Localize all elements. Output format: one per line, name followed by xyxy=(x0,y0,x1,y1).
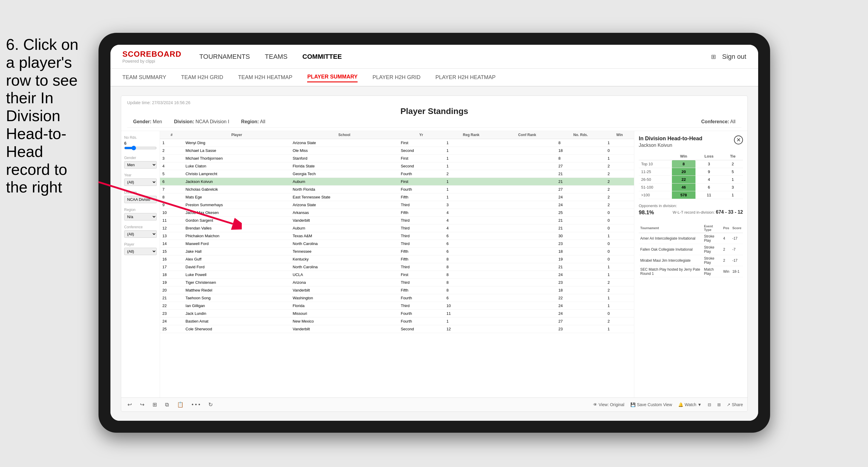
paste-button[interactable]: 📋 xyxy=(175,400,185,409)
table-row[interactable]: 6 Jackson Koivun Auburn First 1 21 2 xyxy=(160,178,634,186)
cell-reg: 1 xyxy=(444,178,498,186)
instruction-text: 6. Click on a player's row to see their … xyxy=(0,36,93,196)
tab-player-summary[interactable]: PLAYER SUMMARY xyxy=(307,72,358,82)
cell-win: 1 xyxy=(605,139,634,147)
table-row[interactable]: 11 Gordon Sargent Vanderbilt Third 4 21 … xyxy=(160,217,634,224)
cell-yr: Second xyxy=(399,325,444,333)
cell-rds: 21 xyxy=(556,263,605,271)
h2h-close-button[interactable]: ✕ xyxy=(734,135,743,145)
cell-player: Michael Thorbjornsen xyxy=(183,155,290,162)
dots-button[interactable]: • • • xyxy=(190,401,202,409)
player-select[interactable]: (All) xyxy=(124,248,157,255)
tab-team-h2h-grid[interactable]: TEAM H2H GRID xyxy=(181,73,223,82)
gender-label: Gender xyxy=(124,156,157,160)
nav-tournaments[interactable]: TOURNAMENTS xyxy=(199,51,250,62)
watch-btn[interactable]: 🔔 Watch ▼ xyxy=(678,402,702,407)
cell-num: 21 xyxy=(160,294,183,302)
nav-committee[interactable]: COMMITTEE xyxy=(302,51,342,62)
cell-conf xyxy=(498,263,556,271)
tab-player-h2h-heatmap[interactable]: PLAYER H2H HEATMAP xyxy=(435,73,495,82)
cell-num: 6 xyxy=(160,178,183,186)
cell-school: Auburn xyxy=(290,224,399,232)
table-row[interactable]: 12 Brendan Valles Auburn Third 4 21 0 xyxy=(160,224,634,232)
sidebar-year: Year (All) xyxy=(124,173,157,186)
refresh-button[interactable]: ↻ xyxy=(207,400,215,409)
tab-team-summary[interactable]: TEAM SUMMARY xyxy=(122,73,166,82)
table-row[interactable]: 8 Mats Ege East Tennessee State Fifth 1 … xyxy=(160,193,634,201)
t-col-name: Tournament xyxy=(639,223,702,233)
cell-conf xyxy=(498,217,556,224)
tab-team-h2h-heatmap[interactable]: TEAM H2H HEATMAP xyxy=(238,73,292,82)
table-row[interactable]: 9 Preston Summerhays Arizona State Third… xyxy=(160,201,634,209)
h2h-tie-cell: 5 xyxy=(723,168,743,176)
cell-player: Brendan Valles xyxy=(183,224,290,232)
table-row[interactable]: 1 Wenyi Ding Arizona State First 1 8 1 xyxy=(160,139,634,147)
undo-button[interactable]: ↩ xyxy=(126,400,134,409)
h2h-table-row: 11-25 20 9 5 xyxy=(639,168,743,176)
tournament-row: Fallen Oak Collegiate Invitational Strok… xyxy=(639,244,743,255)
t-name: Mirabel Maui Jim Intercollegiate xyxy=(639,255,702,266)
cell-player: Christo Lamprecht xyxy=(183,170,290,178)
table-row[interactable]: 17 David Ford North Carolina Third 8 21 … xyxy=(160,263,634,271)
table-row[interactable]: 14 Maxwell Ford North Carolina Third 6 2… xyxy=(160,240,634,248)
opponents-pct: 98.1% xyxy=(639,210,654,216)
table-row[interactable]: 7 Nicholas Gabrelcik North Florida Fourt… xyxy=(160,186,634,193)
rounds-slider[interactable] xyxy=(124,146,157,150)
table-row[interactable]: 23 Jack Lundin Missouri Fourth 11 24 0 xyxy=(160,310,634,317)
cell-win: 2 xyxy=(605,178,634,186)
copy-button[interactable]: ⧉ xyxy=(163,401,171,409)
year-select[interactable]: (All) xyxy=(124,179,157,186)
division-select[interactable]: NCAA Division I xyxy=(124,196,157,203)
cell-win: 0 xyxy=(605,240,634,248)
conference-filter: Conference: All xyxy=(701,119,736,124)
h2h-rank-label: >100 xyxy=(639,191,672,199)
share-btn[interactable]: ↗ Share xyxy=(727,402,743,407)
region-select[interactable]: N/a xyxy=(124,213,157,220)
cell-school: Texas A&M xyxy=(290,232,399,240)
col-yr: Yr xyxy=(399,131,444,139)
rounds-label: No Rds. xyxy=(124,135,157,139)
tab-player-h2h-grid[interactable]: PLAYER H2H GRID xyxy=(373,73,421,82)
t-name: SEC Match Play hosted by Jerry Pate Roun… xyxy=(639,266,702,277)
table-btn[interactable]: ⊞ xyxy=(717,402,721,407)
t-score: -17 xyxy=(731,233,743,244)
cell-player: Preston Summerhays xyxy=(183,201,290,209)
table-row[interactable]: 20 Matthew Riedel Vanderbilt Fifth 8 18 … xyxy=(160,286,634,294)
table-row[interactable]: 18 Luke Powell UCLA First 8 24 1 xyxy=(160,271,634,279)
table-row[interactable]: 21 Taehoon Song Washington Fourth 6 22 1 xyxy=(160,294,634,302)
table-row[interactable]: 19 Tiger Christensen Arizona Third 8 23 … xyxy=(160,279,634,286)
table-row[interactable]: 3 Michael Thorbjornsen Stanford First 1 … xyxy=(160,155,634,162)
table-row[interactable]: 15 Jake Hall Tennessee Fifth 6 18 0 xyxy=(160,248,634,255)
layout-btn[interactable]: ⊟ xyxy=(708,402,711,407)
opponents-row: Opponents in division: xyxy=(639,204,743,208)
player-table-area[interactable]: # Player School Yr Reg Rank Conf Rank No… xyxy=(160,131,634,398)
cell-school: Arizona xyxy=(290,279,399,286)
table-row[interactable]: 5 Christo Lamprecht Georgia Tech Fourth … xyxy=(160,170,634,178)
format-button[interactable]: ⊞ xyxy=(151,400,159,409)
cell-reg: 6 xyxy=(444,294,498,302)
col-conf-rank: Conf Rank xyxy=(498,131,556,139)
table-row[interactable]: 4 Luke Claton Florida State Second 1 27 … xyxy=(160,162,634,170)
table-row[interactable]: 13 Phichakon Maichon Texas A&M Third 6 3… xyxy=(160,232,634,240)
t-score: 18-1 xyxy=(731,266,743,277)
table-row[interactable]: 10 Jacob Max Okesen Arkansas Fifth 4 25 … xyxy=(160,209,634,217)
sign-out-link[interactable]: Sign out xyxy=(722,51,746,62)
t-type: Match Play xyxy=(702,266,721,277)
panel-header: Update time: 27/03/2024 16:56:26 Player … xyxy=(121,96,747,131)
cell-player: Tiger Christensen xyxy=(183,279,290,286)
table-row[interactable]: 22 Ian Gilligan Florida Third 10 24 1 xyxy=(160,302,634,310)
table-row[interactable]: 25 Cole Sherwood Vanderbilt Second 12 23… xyxy=(160,325,634,333)
t-name: Fallen Oak Collegiate Invitational xyxy=(639,244,702,255)
cell-num: 16 xyxy=(160,255,183,263)
gender-select[interactable]: Men xyxy=(124,161,157,168)
redo-button[interactable]: ↪ xyxy=(138,400,146,409)
table-row[interactable]: 24 Bastien Amat New Mexico Fourth 1 27 2 xyxy=(160,317,634,325)
table-row[interactable]: 16 Alex Guff Kentucky Fifth 8 19 0 xyxy=(160,255,634,263)
save-custom-btn[interactable]: 💾 Save Custom View xyxy=(630,402,672,407)
nav-teams[interactable]: TEAMS xyxy=(265,51,287,62)
table-row[interactable]: 2 Michael La Sasse Ole Miss Second 1 18 … xyxy=(160,147,634,155)
cell-conf xyxy=(498,155,556,162)
conference-select[interactable]: (All) xyxy=(124,230,157,238)
view-original-btn[interactable]: 👁 View: Original xyxy=(593,402,624,407)
share-icon: ↗ xyxy=(727,402,731,407)
